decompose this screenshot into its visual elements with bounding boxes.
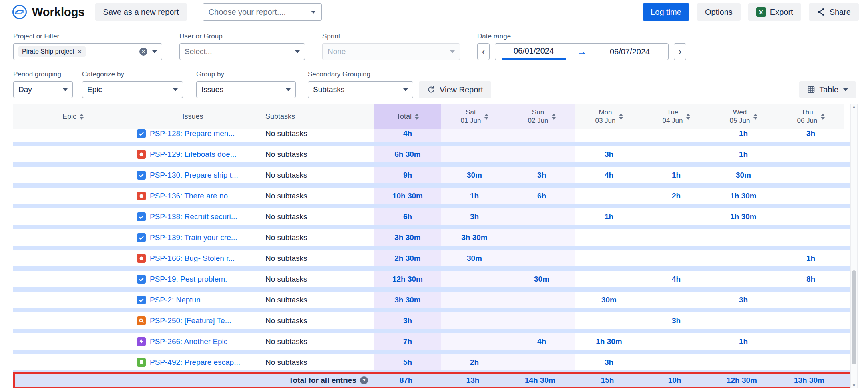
view-mode-button[interactable]: Table [799, 81, 856, 98]
worklog-table: Epic Issues Subtasks Total Sat01 JunSun0… [13, 104, 858, 388]
table-row[interactable]: PSP-492: Prepare escap...No subtasks5h2h… [13, 354, 858, 372]
categorize-by-select[interactable]: Epic [82, 81, 183, 98]
sort-icon[interactable] [80, 114, 84, 120]
day-cell [777, 229, 844, 246]
sort-icon[interactable] [619, 114, 623, 120]
date-range-group: Date range ‹ 06/01/2024 → 06/07/2024 › [477, 32, 686, 60]
help-icon[interactable]: ? [360, 376, 368, 384]
issue-cell: PSP-166: Bug- Stolen r... [133, 250, 253, 266]
column-header-sun-02-jun[interactable]: Sun02 Jun [508, 104, 575, 129]
issue-link[interactable]: PSP-138: Recruit securi... [150, 212, 237, 221]
day-cell: 3h [643, 312, 710, 329]
sort-icon[interactable] [686, 114, 690, 120]
issue-link[interactable]: PSP-139: Train your cre... [150, 233, 237, 242]
options-button[interactable]: Options [697, 3, 741, 21]
issue-cell: PSP-250: [Feature] Te... [133, 312, 253, 329]
column-header-thu-06-jun[interactable]: Thu06 Jun [777, 104, 844, 129]
issue-link[interactable]: PSP-250: [Feature] Te... [150, 316, 231, 325]
issue-link[interactable]: PSP-136: There are no ... [150, 192, 236, 200]
scroll-down-icon[interactable]: ▼ [852, 384, 856, 388]
column-header-issues[interactable]: Issues [133, 104, 253, 129]
filters-panel: Project or Filter Pirate Ship project ✕ … [0, 24, 868, 98]
issue-link[interactable]: PSP-2: Neptun [150, 296, 201, 304]
table-row[interactable]: PSP-128: Prepare men...No subtasks4h1h3h [13, 129, 858, 146]
scroll-up-icon[interactable]: ▲ [852, 105, 856, 109]
column-header-tue-04-jun[interactable]: Tue04 Jun [643, 104, 710, 129]
column-header-epic[interactable]: Epic [13, 104, 133, 129]
sprint-select[interactable]: None [322, 43, 460, 60]
date-to-input[interactable]: 06/07/2024 [598, 44, 662, 60]
table-row[interactable]: PSP-138: Recruit securi...No subtasks6h3… [13, 208, 858, 229]
issue-link[interactable]: PSP-19: Pest problem. [150, 275, 227, 284]
column-header-subtasks[interactable]: Subtasks [253, 104, 374, 129]
save-as-new-report-button[interactable]: Save as a new report [95, 3, 187, 21]
user-group-select[interactable]: Select... [179, 43, 305, 60]
day-cell [777, 188, 844, 204]
table-row[interactable]: PSP-166: Bug- Stolen r...No subtasks2h 3… [13, 250, 858, 271]
totals-label-cell: Total for all entries ? [15, 376, 373, 385]
clear-icon[interactable]: ✕ [139, 48, 147, 56]
issue-link[interactable]: PSP-166: Bug- Stolen r... [150, 254, 235, 263]
day-cell [441, 129, 508, 142]
sprint-value: None [328, 47, 346, 56]
next-period-button[interactable]: › [674, 43, 686, 60]
scrollbar-thumb[interactable] [852, 270, 856, 364]
table-row[interactable]: PSP-129: Lifeboats doe...No subtasks6h 3… [13, 146, 858, 167]
sort-icon[interactable] [552, 114, 556, 120]
table-row[interactable]: PSP-130: Prepare ship t...No subtasks9h3… [13, 167, 858, 188]
share-button[interactable]: Share [809, 3, 859, 21]
bug-icon [137, 192, 146, 200]
subtasks-cell: No subtasks [253, 129, 374, 142]
report-select[interactable]: Choose your report.... [203, 3, 322, 21]
day-cell: 1h 30m [710, 208, 777, 225]
day-cell [575, 129, 643, 142]
sort-icon[interactable] [415, 114, 419, 120]
day-cell [710, 229, 777, 246]
project-filter-input[interactable]: Pirate Ship project ✕ ✕ [13, 43, 162, 60]
secondary-grouping-select[interactable]: Subtasks [308, 81, 413, 98]
column-header-mon-03-jun[interactable]: Mon03 Jun [575, 104, 643, 129]
prev-period-button[interactable]: ‹ [477, 43, 490, 60]
date-from-input[interactable]: 06/01/2024 [502, 44, 566, 60]
day-cell: 1h [575, 208, 643, 225]
day-cell [508, 312, 575, 329]
table-row[interactable]: PSP-19: Pest problem.No subtasks12h 30m3… [13, 271, 858, 292]
period-grouping-select[interactable]: Day [13, 81, 73, 98]
sort-icon[interactable] [484, 114, 488, 120]
issue-link[interactable]: PSP-129: Lifeboats doe... [150, 150, 237, 159]
feature-icon [137, 316, 146, 325]
vertical-scrollbar[interactable]: ▲ ▼ [850, 104, 858, 388]
day-cell [508, 354, 575, 370]
column-header-sat-01-jun[interactable]: Sat01 Jun [441, 104, 508, 129]
day-cell [643, 292, 710, 308]
issue-link[interactable]: PSP-128: Prepare men... [150, 129, 235, 138]
log-time-button[interactable]: Log time [643, 3, 689, 21]
epic-cell [13, 208, 133, 225]
group-by-select[interactable]: Issues [196, 81, 296, 98]
issue-link[interactable]: PSP-492: Prepare escap... [150, 358, 240, 367]
total-cell: 3h [374, 312, 441, 329]
day-cell: 1h 30m [710, 188, 777, 204]
column-header-total[interactable]: Total [374, 104, 441, 129]
day-cell [777, 312, 844, 329]
table-row[interactable]: PSP-139: Train your cre...No subtasks3h … [13, 229, 858, 250]
export-button[interactable]: X Export [748, 3, 801, 21]
table-row[interactable]: PSP-266: Another EpicNo subtasks7h4h1h 3… [13, 333, 858, 354]
day-cell: 30m [508, 271, 575, 287]
issue-cell: PSP-128: Prepare men... [133, 129, 253, 142]
table-row[interactable]: PSP-250: [Feature] Te...No subtasks3h3h [13, 312, 858, 333]
day-cell [643, 229, 710, 246]
project-chip: Pirate Ship project ✕ [18, 46, 86, 57]
chip-remove-icon[interactable]: ✕ [78, 49, 82, 55]
issue-link[interactable]: PSP-130: Prepare ship t... [150, 171, 238, 180]
categorize-by-value: Epic [87, 85, 102, 94]
period-grouping-label: Period grouping [13, 70, 73, 78]
column-header-wed-05-jun[interactable]: Wed05 Jun [710, 104, 777, 129]
table-row[interactable]: PSP-136: There are no ...No subtasks10h … [13, 188, 858, 208]
table-row[interactable]: PSP-2: NeptunNo subtasks3h 30m30m3h [13, 292, 858, 312]
sort-icon[interactable] [821, 114, 825, 120]
task-icon [137, 296, 146, 304]
sort-icon[interactable] [753, 114, 757, 120]
issue-link[interactable]: PSP-266: Another Epic [150, 337, 227, 346]
view-report-button[interactable]: View Report [419, 81, 491, 98]
